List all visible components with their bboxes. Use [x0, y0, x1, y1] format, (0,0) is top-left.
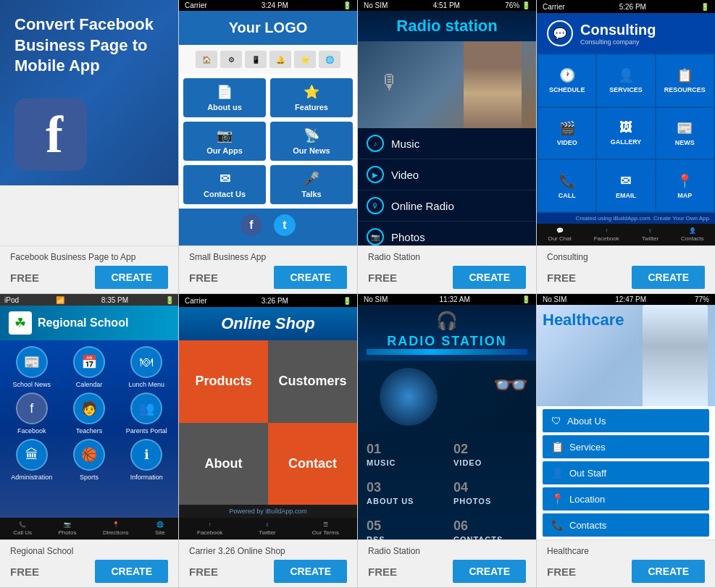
sb-create-button[interactable]: CREATE — [274, 266, 347, 289]
radio-create-button[interactable]: CREATE — [453, 266, 526, 289]
cons-gallery-icon: 🖼 — [619, 120, 632, 135]
school-footer-site[interactable]: 🌐 Site — [155, 521, 165, 536]
sb-contact-btn[interactable]: ✉ Contact Us — [183, 165, 266, 204]
sb-app-label: Small Business App — [189, 252, 347, 262]
sb-features-btn[interactable]: ⭐ Features — [270, 78, 353, 117]
cons-tw[interactable]: t Twitter — [642, 227, 659, 242]
shop-footer-fb[interactable]: f Facebook — [197, 521, 222, 536]
small-business-screen: Carrier 3:24 PM 🔋 Your LOGO 🏠 ⚙ 📱 🔔 ⭐ 🌐 — [179, 0, 357, 245]
shop-create-button[interactable]: CREATE — [274, 560, 347, 583]
school-news-item[interactable]: 📰 School News — [6, 346, 57, 388]
radio-music-item[interactable]: ♪ Music — [358, 128, 536, 159]
school-admin-label: Administration — [11, 474, 52, 481]
radio2-item-02[interactable]: 02 VIDEO — [448, 436, 533, 473]
shop-customers-btn[interactable]: Customers — [268, 340, 357, 423]
sb-news-btn[interactable]: 📡 Our News — [270, 122, 353, 161]
radio2-item-03[interactable]: 03 ABOUT US — [361, 474, 446, 511]
cons-fb-icon: f — [606, 227, 607, 234]
radio2-item-05[interactable]: 05 RSS — [361, 513, 446, 539]
cons-email-btn[interactable]: ✉ EMAIL — [597, 160, 654, 211]
facebook-create-button[interactable]: CREATE — [95, 266, 168, 289]
sb-talks-icon: 🎤 — [304, 171, 319, 187]
health-staff-item[interactable]: 👤 Out Staff — [543, 461, 709, 484]
school-footer-photos[interactable]: 📷 Photos — [59, 521, 77, 536]
sb-about-label: About us — [207, 103, 242, 112]
radio-video-item[interactable]: ▶ Video — [358, 159, 536, 190]
school-footer-call[interactable]: 📞 Call Us — [13, 521, 32, 536]
radio2-item-01[interactable]: 01 MUSIC — [361, 436, 446, 473]
radio2-battery: 🔋 — [522, 295, 530, 303]
cons-create-button[interactable]: CREATE — [632, 266, 705, 289]
cons-ourchat[interactable]: 💬 Our Chat — [548, 227, 571, 242]
cons-info-row: FREE CREATE — [547, 266, 705, 289]
health-contacts-item[interactable]: 📞 Contacts — [543, 513, 709, 537]
cons-news-btn[interactable]: 📰 NEWS — [656, 108, 714, 159]
sb-twitter-icon[interactable]: t — [274, 214, 296, 236]
radio2-item-06[interactable]: 06 CONTACTS — [448, 513, 533, 539]
school-news-label: School News — [12, 381, 51, 388]
school-calendar-label: Calendar — [76, 381, 103, 388]
school-create-button[interactable]: CREATE — [95, 560, 168, 583]
cons-contacts[interactable]: 👤 Contacts — [681, 227, 704, 242]
school-footer-directions[interactable]: 📍 Directions — [103, 521, 129, 536]
facebook-main-title: Convert Facebook Business Page to Mobile… — [14, 14, 164, 77]
school-parents-item[interactable]: 👥 Parents Portal — [121, 392, 172, 434]
radio-photos-item[interactable]: 📷 Photos — [358, 222, 536, 245]
cons-map-btn[interactable]: 📍 MAP — [656, 160, 714, 211]
school-calendar-item[interactable]: 📅 Calendar — [63, 346, 114, 388]
cons-gallery-btn[interactable]: 🖼 GALLERY — [597, 108, 654, 159]
facebook-promo-bg: Convert Facebook Business Page to Mobile… — [0, 0, 178, 185]
school-info-item[interactable]: ℹ Information — [121, 439, 172, 481]
cons-map-icon: 📍 — [677, 173, 693, 189]
radio-online-label: Online Radio — [391, 200, 454, 212]
cons-fb[interactable]: f Facebook — [594, 227, 619, 242]
health-about-item[interactable]: 🛡 About Us — [543, 409, 709, 432]
school-fb-item[interactable]: f Facebook — [6, 392, 57, 434]
radio-online-item[interactable]: 🎙 Online Radio — [358, 190, 536, 222]
school-lunch-item[interactable]: 🍽 Lunch Menu — [121, 346, 172, 388]
radio-header: Radio station — [358, 11, 536, 41]
radio2-preview: No SIM 11:32 AM 🔋 🎧 RADIO STATION 👓 — [358, 294, 536, 539]
sb-facebook-icon[interactable]: f — [241, 214, 262, 236]
cons-schedule-btn[interactable]: 🕐 SCHEDULE — [538, 55, 595, 106]
radio2-num-04: 04 — [453, 480, 527, 495]
small-business-status-bar: Carrier 3:24 PM 🔋 — [179, 0, 357, 11]
sb-menu-buttons: 📄 About us ⭐ Features 📷 Our Apps 📡 — [179, 74, 357, 209]
cons-call-icon: 📞 — [559, 173, 575, 189]
radio2-create-button[interactable]: CREATE — [453, 560, 526, 583]
cons-call-btn[interactable]: 📞 CALL — [538, 160, 595, 211]
health-create-button[interactable]: CREATE — [632, 560, 705, 583]
school-teachers-label: Teachers — [76, 427, 103, 434]
health-location-item[interactable]: 📍 Location — [543, 487, 709, 511]
shop-contact-btn[interactable]: Contact — [268, 423, 357, 505]
shop-footer-terms[interactable]: ☰ Our Terms — [312, 521, 339, 536]
radio-carrier: No SIM — [364, 1, 388, 9]
cons-services-btn[interactable]: 👤 SERVICES — [597, 55, 654, 106]
cons-video-btn[interactable]: 🎬 VIDEO — [538, 108, 595, 159]
cons-resources-label: RESOURCES — [664, 86, 706, 93]
cons-resources-btn[interactable]: 📋 RESOURCES — [656, 55, 714, 106]
shop-footer-tw[interactable]: t Twitter — [259, 521, 276, 536]
sb-talks-btn[interactable]: 🎤 Talks — [270, 165, 353, 204]
healthcare-image: Healthcare — [537, 305, 715, 406]
shop-products-btn[interactable]: Products — [179, 340, 268, 423]
healthcare-app-info: Healthcare FREE CREATE — [537, 539, 715, 587]
radio2-waveform — [367, 349, 527, 355]
sb-battery: 🔋 — [343, 1, 351, 9]
cons-services-icon: 👤 — [618, 67, 634, 83]
school-sports-item[interactable]: 🏀 Sports — [63, 439, 114, 481]
sb-features-icon: ⭐ — [304, 84, 319, 100]
sb-about-btn[interactable]: 📄 About us — [183, 78, 266, 117]
radio2-item-04[interactable]: 04 PHOTOS — [448, 474, 533, 511]
radio2-app-label: Radio Station — [368, 546, 526, 556]
radio-photos-label: Photos — [391, 231, 425, 243]
school-teachers-item[interactable]: 🧑 Teachers — [63, 392, 114, 434]
radio-battery: 76% 🔋 — [505, 1, 530, 9]
school-admin-item[interactable]: 🏛 Administration — [6, 439, 57, 481]
health-services-item[interactable]: 📋 Services — [543, 435, 709, 458]
cons-tw-label: Twitter — [642, 235, 659, 242]
radio-free-label: FREE — [368, 272, 397, 284]
sb-apps-btn[interactable]: 📷 Our Apps — [183, 122, 266, 161]
shop-about-btn[interactable]: About — [179, 423, 268, 505]
school-parents-label: Parents Portal — [126, 427, 167, 434]
